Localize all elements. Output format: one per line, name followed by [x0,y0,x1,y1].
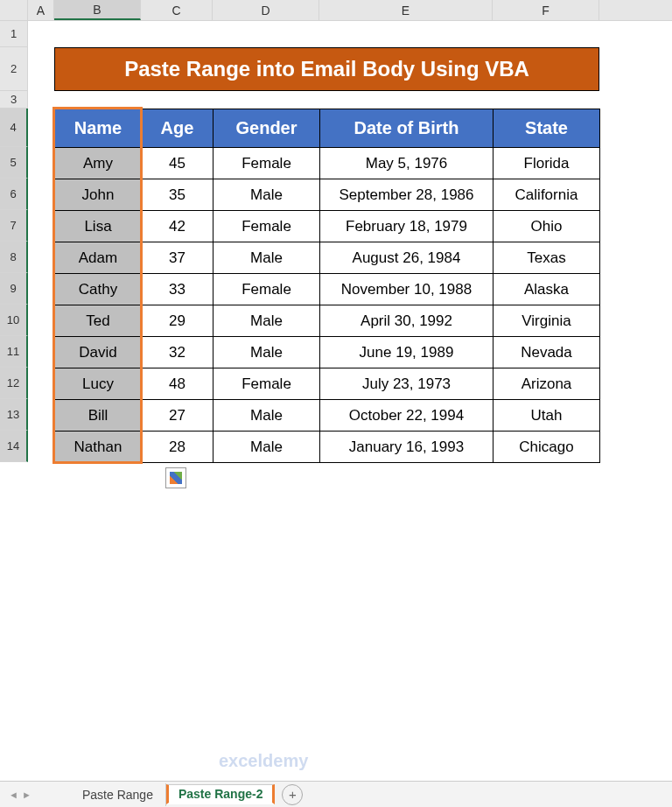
tab-paste-range[interactable]: Paste Range [70,783,166,806]
table-cell[interactable]: October 22, 1994 [320,400,494,432]
table-cell[interactable]: California [494,179,600,211]
table-cell[interactable]: 27 [142,400,214,432]
row-header-6[interactable]: 6 [0,179,28,210]
table-cell[interactable]: Bill [55,400,142,432]
col-header-A[interactable]: A [28,0,54,20]
table-header: Name [55,109,142,148]
table-row: David32MaleJune 19, 1989Nevada [55,337,600,368]
data-table: NameAgeGenderDate of BirthState Amy45Fem… [54,109,600,463]
table-cell[interactable]: 28 [142,432,214,463]
table-cell[interactable]: Amy [55,148,142,179]
table-cell[interactable]: Nathan [55,432,142,463]
row-header-3[interactable]: 3 [0,91,28,109]
row-headers: 1 2 3 4 5 6 7 8 9 10 11 12 13 14 [0,21,28,462]
table-cell[interactable]: Male [214,305,320,337]
table-cell[interactable]: November 10, 1988 [320,274,494,305]
select-all-corner[interactable] [0,0,28,20]
table-header: Date of Birth [320,109,494,148]
table-cell[interactable]: 42 [142,211,214,242]
table-cell[interactable]: Female [214,368,320,400]
table-cell[interactable]: Utah [494,400,600,432]
table-cell[interactable]: May 5, 1976 [320,148,494,179]
watermark: exceldemy [219,751,308,771]
table-cell[interactable]: Female [214,274,320,305]
table-cell[interactable]: Florida [494,148,600,179]
column-headers: A B C D E F [0,0,672,21]
table-header: State [494,109,600,148]
col-header-E[interactable]: E [319,0,493,20]
table-row: Nathan28MaleJanuary 16, 1993Chicago [55,432,600,463]
table-header: Gender [214,109,320,148]
table-cell[interactable]: Ohio [494,211,600,242]
col-header-C[interactable]: C [141,0,213,20]
table-cell[interactable]: Alaska [494,274,600,305]
table-cell[interactable]: 32 [142,337,214,368]
col-header-D[interactable]: D [213,0,319,20]
table-header: Age [142,109,214,148]
table-cell[interactable]: Texas [494,242,600,274]
table-cell[interactable]: Ted [55,305,142,337]
table-cell[interactable]: Nevada [494,337,600,368]
row-header-10[interactable]: 10 [0,305,28,336]
row-header-2[interactable]: 2 [0,47,28,91]
table-cell[interactable]: Male [214,432,320,463]
cells-area[interactable]: Paste Range into Email Body Using VBA Na… [28,21,672,462]
table-cell[interactable]: Adam [55,242,142,274]
table-cell[interactable]: August 26, 1984 [320,242,494,274]
row-header-5[interactable]: 5 [0,147,28,179]
title-cell: Paste Range into Email Body Using VBA [54,47,599,91]
table-cell[interactable]: Arizona [494,368,600,400]
table-row: John35MaleSeptember 28, 1986California [55,179,600,211]
table-row: Amy45FemaleMay 5, 1976Florida [55,148,600,179]
table-cell[interactable]: Cathy [55,274,142,305]
table-row: Adam37MaleAugust 26, 1984Texas [55,242,600,274]
table-cell[interactable]: 33 [142,274,214,305]
table-row: Lucy48FemaleJuly 23, 1973Arizona [55,368,600,400]
quick-analysis-icon[interactable] [165,467,186,488]
table-cell[interactable]: Virginia [494,305,600,337]
tab-nav-arrows[interactable]: ◄► [9,789,32,800]
table-row: Bill27MaleOctober 22, 1994Utah [55,400,600,432]
table-cell[interactable]: John [55,179,142,211]
table-cell[interactable]: 35 [142,179,214,211]
row-header-1[interactable]: 1 [0,21,28,47]
row-header-9[interactable]: 9 [0,273,28,305]
table-cell[interactable]: Male [214,337,320,368]
col-header-B[interactable]: B [54,0,141,20]
table-cell[interactable]: Male [214,242,320,274]
table-cell[interactable]: 48 [142,368,214,400]
table-cell[interactable]: April 30, 1992 [320,305,494,337]
table-cell[interactable]: Male [214,179,320,211]
row-header-4[interactable]: 4 [0,109,28,147]
add-sheet-button[interactable]: + [282,784,303,805]
row-header-12[interactable]: 12 [0,368,28,399]
sheet-tab-bar: ◄► Paste Range Paste Range-2 + [0,781,672,807]
table-cell[interactable]: Male [214,400,320,432]
row-header-11[interactable]: 11 [0,336,28,368]
row-header-8[interactable]: 8 [0,242,28,273]
row-header-7[interactable]: 7 [0,210,28,242]
table-cell[interactable]: July 23, 1973 [320,368,494,400]
table-cell[interactable]: January 16, 1993 [320,432,494,463]
table-cell[interactable]: 37 [142,242,214,274]
table-row: Cathy33FemaleNovember 10, 1988Alaska [55,274,600,305]
spreadsheet-grid: A B C D E F 1 2 3 4 5 6 7 8 9 10 11 12 1… [0,0,672,462]
table-cell[interactable]: 29 [142,305,214,337]
table-row: Lisa42FemaleFebruary 18, 1979Ohio [55,211,600,242]
col-header-F[interactable]: F [493,0,599,20]
table-cell[interactable]: Lucy [55,368,142,400]
table-cell[interactable]: Female [214,211,320,242]
table-row: Ted29MaleApril 30, 1992Virginia [55,305,600,337]
table-cell[interactable]: September 28, 1986 [320,179,494,211]
row-header-13[interactable]: 13 [0,399,28,431]
table-cell[interactable]: February 18, 1979 [320,211,494,242]
table-cell[interactable]: Chicago [494,432,600,463]
row-header-14[interactable]: 14 [0,431,28,462]
tab-paste-range-2[interactable]: Paste Range-2 [166,784,275,804]
table-cell[interactable]: 45 [142,148,214,179]
table-cell[interactable]: Female [214,148,320,179]
table-cell[interactable]: Lisa [55,211,142,242]
table-cell[interactable]: June 19, 1989 [320,337,494,368]
table-cell[interactable]: David [55,337,142,368]
